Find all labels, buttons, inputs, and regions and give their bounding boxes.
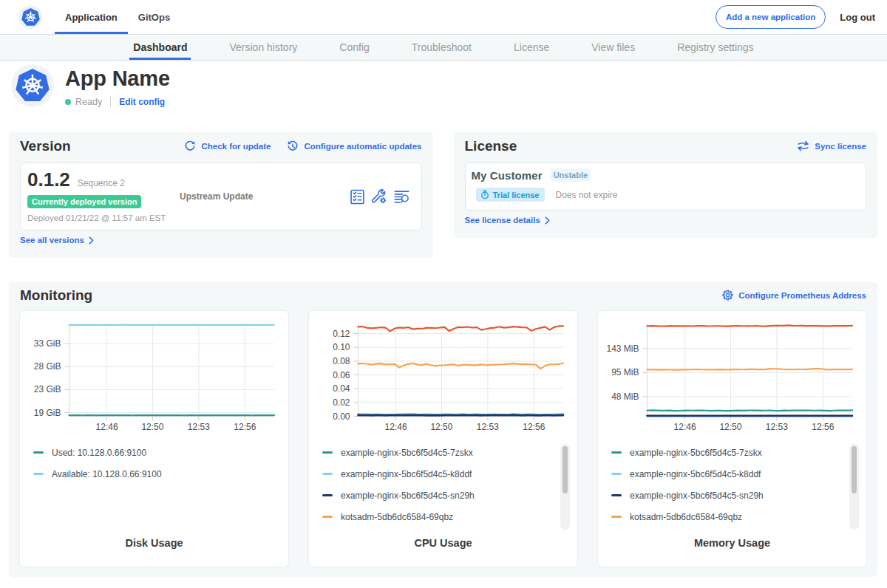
configure-prometheus-link[interactable]: Configure Prometheus Address [722,290,866,301]
status-divider [110,96,111,107]
tab-gitops[interactable]: GitOps [128,0,180,34]
wrench-gear-icon [371,188,388,205]
app-status-row: Ready Edit config [65,96,170,107]
legend-swatch [322,494,333,496]
legend-swatch [33,451,44,454]
legend-swatch [611,494,622,496]
subnav-item-label: View files [588,35,639,60]
svg-text:12:56: 12:56 [523,422,545,432]
gear-icon [722,290,733,301]
sync-icon [797,140,809,151]
svg-text:23 GiB: 23 GiB [34,384,61,394]
app-kubernetes-icon [14,67,51,104]
svg-text:143 MiB: 143 MiB [606,343,639,354]
status-dot [65,99,71,105]
legend-item: kotsadm-5db6dc6584-69qbz [609,506,855,527]
legend-label: Used: 10.128.0.66:9100 [52,448,146,458]
svg-text:48 MiB: 48 MiB [611,392,639,402]
legend-label: example-nginx-5bc6f5d4c5-7zskx [630,448,762,458]
app-header-text: App Name Ready Edit config [65,64,170,107]
current-version-box: 0.1.2 Sequence 2 Currently deployed vers… [20,163,422,230]
sync-license-link[interactable]: Sync license [797,140,866,151]
line-chart-svg: 19 GiB23 GiB28 GiB33 GiB12:4612:5012:531… [31,320,277,432]
clock-arrow-icon [287,140,299,152]
check-for-update-label: Check for update [201,142,271,151]
chart-series-line [358,363,564,369]
chart-legend: example-nginx-5bc6f5d4c5-7zskxexample-ng… [609,442,855,529]
legend-scrollbar-track[interactable] [560,444,570,530]
see-license-details-row: See license details [465,211,867,226]
logout-link[interactable]: Log out [840,12,875,23]
subnav-item-troubleshoot[interactable]: Troubleshoot [408,35,475,60]
subnav-item-view-files[interactable]: View files [588,35,639,60]
license-expiration: Does not expire [555,190,617,200]
subnav-item-dashboard[interactable]: Dashboard [129,35,191,60]
legend-swatch [611,473,622,475]
legend-scrollbar-thumb[interactable] [852,446,857,493]
legend-label: Available: 10.128.0.66:9100 [52,469,162,479]
legend-label: example-nginx-5bc6f5d4c5-7zskx [341,448,473,458]
navbar-right: Add a new application Log out [716,0,877,34]
subnav-item-config[interactable]: Config [336,35,373,60]
svg-text:12:46: 12:46 [385,422,407,432]
license-customer-row: My Customer Unstable [472,168,856,182]
legend-item: kotsadm-5db6dc6584-69qbz [320,506,566,527]
preflight-checks-icon[interactable] [349,188,366,206]
stopwatch-icon [480,190,489,199]
license-card-head: License Sync license [465,138,867,154]
legend-swatch [33,473,44,475]
edit-config-link[interactable]: Edit config [119,97,165,107]
check-for-update-link[interactable]: Check for update [184,140,271,152]
version-card: Version Check for update Configure au [9,131,433,258]
svg-text:0.06: 0.06 [333,370,350,380]
line-chart-svg: 48 MiB95 MiB143 MiB12:4612:5012:5312:56 [609,320,855,432]
svg-text:0.08: 0.08 [333,356,350,366]
monitoring-links: Configure Prometheus Address [722,290,866,301]
subnav-item-license[interactable]: License [510,35,553,60]
charts-row: 19 GiB23 GiB28 GiB33 GiB12:4612:5012:531… [20,311,866,567]
subnav-item-label: Config [336,35,373,60]
customer-name: My Customer [472,169,543,182]
tab-application[interactable]: Application [55,0,128,34]
see-all-versions-row: See all versions [20,230,422,246]
svg-text:0.10: 0.10 [333,342,350,352]
version-number: 0.1.2 [27,172,70,188]
legend-item: example-nginx-5bc6f5d4c5-k8ddf [320,463,566,485]
chart-title: CPU Usage [320,537,566,549]
legend-label: kotsadm-5db6dc6584-69qbz [630,512,742,522]
sync-license-label: Sync license [815,142,866,151]
chart-series-line [648,325,853,326]
subnav-item-label: Registry settings [673,35,757,60]
subnav-item-version-history[interactable]: Version history [225,35,301,60]
legend-swatch [611,516,622,518]
subnav-item-label: Troubleshoot [408,35,475,60]
version-card-links: Check for update Configure automatic upd… [184,140,421,152]
svg-text:0.02: 0.02 [333,397,350,408]
add-new-application-button[interactable]: Add a new application [716,5,826,29]
refresh-icon [184,140,196,152]
legend-scrollbar-thumb[interactable] [563,446,568,493]
configure-automatic-updates-link[interactable]: Configure automatic updates [287,140,421,152]
chart-legend: Used: 10.128.0.66:9100Available: 10.128.… [31,442,277,529]
chart-title: Memory Usage [609,537,855,549]
svg-text:12:53: 12:53 [188,422,210,432]
svg-text:12:56: 12:56 [234,422,256,432]
chart-legend: example-nginx-5bc6f5d4c5-7zskxexample-ng… [320,442,566,529]
kubernetes-logo [18,5,42,29]
app-title: App Name [65,66,170,91]
legend-scrollbar-track[interactable] [849,444,859,530]
see-license-details-label: See license details [465,216,540,225]
legend-item: example-nginx-5bc6f5d4c5-k8ddf [609,463,855,485]
monitoring-section: Monitoring Configure Prometheus Address … [9,281,877,577]
edit-config-action-icon[interactable] [371,188,388,206]
channel-badge: Unstable [551,168,591,182]
svg-text:0.12: 0.12 [333,329,350,339]
subnav-item-registry-settings[interactable]: Registry settings [673,35,757,60]
legend-label: example-nginx-5bc6f5d4c5-k8ddf [630,469,761,479]
subnav-item-label: License [510,35,553,60]
app-icon [11,64,54,107]
deploy-logs-icon[interactable] [393,188,410,206]
see-all-versions-link[interactable]: See all versions [20,236,94,245]
see-license-details-link[interactable]: See license details [465,216,550,225]
chart-series-line [648,410,853,411]
